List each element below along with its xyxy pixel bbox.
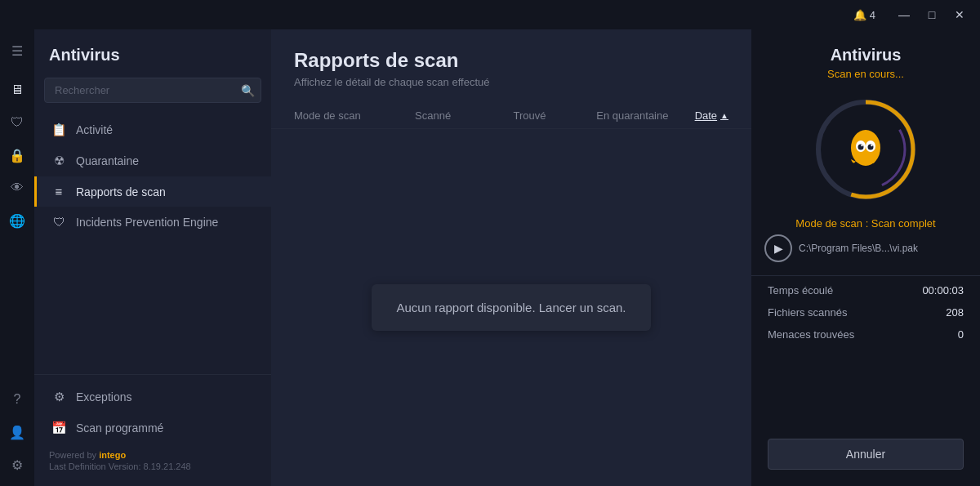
rail-user-icon[interactable]: 👤 <box>2 417 32 447</box>
rapports-icon: ≡ <box>51 185 66 198</box>
stat-row-menaces: Menaces trouvées 0 <box>768 328 964 341</box>
sidebar-item-activite[interactable]: 📋 Activité <box>34 114 271 145</box>
powered-by: Powered by intego Last Definition Versio… <box>34 444 271 478</box>
panel-title: Antivirus <box>751 46 980 65</box>
scan-path: C:\Program Files\B...\vi.pak <box>799 243 918 254</box>
main-header: Rapports de scan Affichez le détail de c… <box>271 29 751 103</box>
rail-help-icon[interactable]: ? <box>2 385 32 414</box>
close-button[interactable]: ✕ <box>947 5 972 25</box>
sidebar-item-activite-label: Activité <box>76 123 113 136</box>
scan-programme-icon: 📅 <box>51 421 66 435</box>
stat-row-fichiers: Fichiers scannés 208 <box>768 306 964 319</box>
col-scanned-header: Scanné <box>415 109 513 122</box>
sidebar-item-scan-programme-label: Scan programmé <box>76 421 163 435</box>
notification-count: 4 <box>870 9 875 21</box>
sidebar-item-rapports[interactable]: ≡ Rapports de scan <box>34 176 271 207</box>
rail-shield-icon[interactable]: 🛡 <box>2 108 32 137</box>
scan-path-row: ▶ C:\Program Files\B...\vi.pak <box>751 234 980 272</box>
ipe-icon: 🛡 <box>51 215 66 229</box>
activite-icon: 📋 <box>51 123 66 137</box>
sidebar-item-quarantaine[interactable]: ☢ Quarantaine <box>34 145 271 176</box>
col-quarantine-header: En quarantaine <box>596 109 694 122</box>
search-icon[interactable]: 🔍 <box>241 84 255 97</box>
stat-label-temps: Temps écoulé <box>768 284 833 297</box>
svg-point-9 <box>871 145 872 146</box>
stat-value-fichiers: 208 <box>946 306 964 319</box>
rail-network-icon[interactable]: 🌐 <box>2 206 32 235</box>
right-panel: Antivirus Scan en cours... <box>751 29 980 486</box>
stat-value-menaces: 0 <box>958 328 964 341</box>
bell-icon: 🔔 <box>853 9 866 21</box>
rail-settings-icon[interactable]: ⚙ <box>2 450 32 479</box>
rail-eye-icon[interactable]: 👁 <box>2 173 32 203</box>
svg-point-3 <box>851 130 880 166</box>
stat-value-temps: 00:00:03 <box>922 284 964 297</box>
minimize-button[interactable]: — <box>892 5 916 25</box>
app-body: ☰ 🖥 🛡 🔒 👁 🌐 ? 👤 ⚙ Antivirus 🔍 📋 Activité… <box>0 29 980 486</box>
sidebar-item-exceptions-label: Exceptions <box>76 390 131 404</box>
sidebar-item-scan-programme[interactable]: 📅 Scan programmé <box>34 412 271 444</box>
main-content: Rapports de scan Affichez le détail de c… <box>271 29 751 486</box>
nav-bottom: ⚙ Exceptions 📅 Scan programmé Powered by… <box>34 374 271 478</box>
maximize-button[interactable]: □ <box>920 5 944 25</box>
stat-label-menaces: Menaces trouvées <box>768 328 854 341</box>
rail-lock-icon[interactable]: 🔒 <box>2 140 32 170</box>
svg-point-8 <box>861 145 862 146</box>
col-found-header: Trouvé <box>513 109 596 122</box>
sidebar: Antivirus 🔍 📋 Activité ☢ Quarantaine ≡ R… <box>34 29 271 486</box>
quarantaine-icon: ☢ <box>51 154 66 168</box>
cancel-button[interactable]: Annuler <box>768 439 964 470</box>
col-date-header[interactable]: Date ▲ <box>695 109 728 122</box>
table-header: Mode de scan Scanné Trouvé En quarantain… <box>271 103 751 129</box>
search-input[interactable] <box>44 78 261 103</box>
sort-arrow-icon: ▲ <box>720 111 728 120</box>
play-button[interactable]: ▶ <box>764 234 792 262</box>
panel-subtitle: Scan en cours... <box>751 68 980 80</box>
stat-label-fichiers: Fichiers scannés <box>768 306 848 319</box>
sidebar-item-quarantaine-label: Quarantaine <box>76 154 139 167</box>
exceptions-icon: ⚙ <box>51 390 66 404</box>
mascot-icon <box>841 125 890 174</box>
scan-stats: Temps écoulé 00:00:03 Fichiers scannés 2… <box>751 275 980 349</box>
scan-visual <box>813 96 919 203</box>
search-box: 🔍 <box>44 78 261 103</box>
title-bar: 🔔 4 — □ ✕ <box>0 0 980 29</box>
window-controls: — □ ✕ <box>892 5 972 25</box>
sidebar-item-rapports-label: Rapports de scan <box>76 185 166 198</box>
col-mode-header: Mode de scan <box>294 109 415 122</box>
stat-row-temps: Temps écoulé 00:00:03 <box>768 284 964 297</box>
empty-state-wrapper: Aucun rapport disponible. Lancer un scan… <box>271 129 751 486</box>
sidebar-item-ipe[interactable]: 🛡 Incidents Prevention Engine <box>34 207 271 237</box>
sidebar-title: Antivirus <box>34 38 271 78</box>
page-title: Rapports de scan <box>294 49 728 72</box>
scan-mode-label: Mode de scan : Scan complet <box>751 217 980 230</box>
sidebar-item-exceptions[interactable]: ⚙ Exceptions <box>34 381 271 412</box>
notification-area[interactable]: 🔔 4 <box>853 9 875 21</box>
empty-state: Aucun rapport disponible. Lancer un scan… <box>372 284 650 331</box>
page-subtitle: Affichez le détail de chaque scan effect… <box>294 76 728 88</box>
icon-rail: ☰ 🖥 🛡 🔒 👁 🌐 ? 👤 ⚙ <box>0 29 34 486</box>
hamburger-menu-icon[interactable]: ☰ <box>2 36 32 65</box>
powered-by-text: Powered by intego <box>49 450 256 460</box>
panel-footer: Annuler <box>751 426 980 470</box>
version-text: Last Definition Version: 8.19.21.248 <box>49 461 256 471</box>
sidebar-item-ipe-label: Incidents Prevention Engine <box>76 216 218 229</box>
rail-monitor-icon[interactable]: 🖥 <box>2 75 32 105</box>
